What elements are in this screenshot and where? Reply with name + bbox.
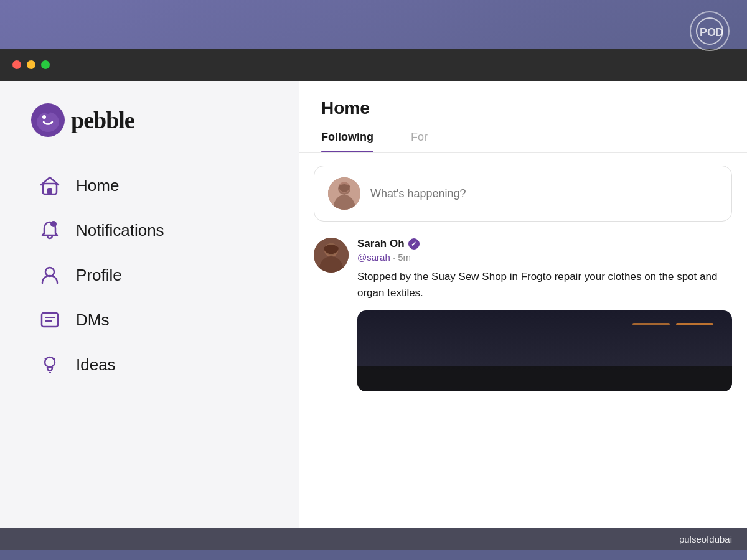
dms-nav-label: DMs [76,310,109,330]
verified-badge: ✓ [408,238,420,250]
post-composer[interactable] [314,166,732,222]
svg-text:D: D [715,26,723,39]
post-separator: · [393,252,398,263]
post-handle: @sarah [357,252,390,263]
pod-logo-icon: P O D [696,17,723,45]
post-body: Sarah Oh ✓ @sarah · 5m Stopped by the Su… [357,238,732,302]
logo-text: pebble [71,106,134,134]
content-header: Home Following For [299,81,747,153]
notifications-nav-label: Notifications [76,221,164,240]
post-name-row: Sarah Oh ✓ [357,238,732,250]
bell-icon [37,218,62,243]
svg-text:P: P [700,26,707,39]
post-content: Stopped by the Suay Sew Shop in Frogto r… [357,269,732,302]
browser-bar [0,49,747,81]
svg-point-15 [45,357,55,367]
nav-home[interactable]: Home [31,166,268,205]
home-nav-label: Home [76,176,119,195]
ideas-nav-label: Ideas [76,355,116,375]
svg-rect-12 [42,313,58,327]
traffic-light-green[interactable] [41,60,50,69]
post-time: 5m [398,252,411,263]
profile-nav-label: Profile [76,266,122,285]
post-avatar [314,238,349,273]
logo-area: pebble [31,103,268,137]
tabs-row: Following For [321,131,725,152]
post-author-name: Sarah Oh [357,238,405,250]
profile-icon [37,263,62,287]
pebble-logo-icon [31,103,65,137]
composer-input[interactable] [370,187,718,200]
main-content: Home Following For [299,81,747,528]
post-handle-time: @sarah · 5m [357,252,732,263]
nav-dms[interactable]: DMs [31,300,268,340]
svg-line-19 [45,358,46,360]
feed-post: Sarah Oh ✓ @sarah · 5m Stopped by the Su… [299,228,747,401]
svg-point-5 [37,112,59,132]
tab-following[interactable]: Following [321,131,374,152]
pod-logo: P O D [690,11,730,51]
footer-bar: pulseofdubai [0,528,747,550]
page-title: Home [321,98,725,118]
nav-ideas[interactable]: Ideas [31,345,268,385]
svg-line-20 [54,358,55,360]
sidebar: pebble Home Notifications [0,81,299,528]
svg-rect-9 [47,188,52,194]
home-icon [37,173,62,198]
nav-notifications[interactable]: Notifications [31,210,268,250]
svg-text:O: O [707,26,716,39]
svg-point-10 [50,221,57,227]
post-image [357,310,732,391]
composer-avatar [328,177,360,210]
tab-for[interactable]: For [411,131,428,152]
traffic-light-red[interactable] [12,60,21,69]
message-icon [37,307,62,332]
footer-text: pulseofdubai [679,534,732,544]
svg-point-7 [45,108,51,114]
nav-profile[interactable]: Profile [31,255,268,295]
traffic-light-yellow[interactable] [27,60,35,69]
svg-point-6 [42,115,46,119]
lightbulb-icon [37,352,62,377]
